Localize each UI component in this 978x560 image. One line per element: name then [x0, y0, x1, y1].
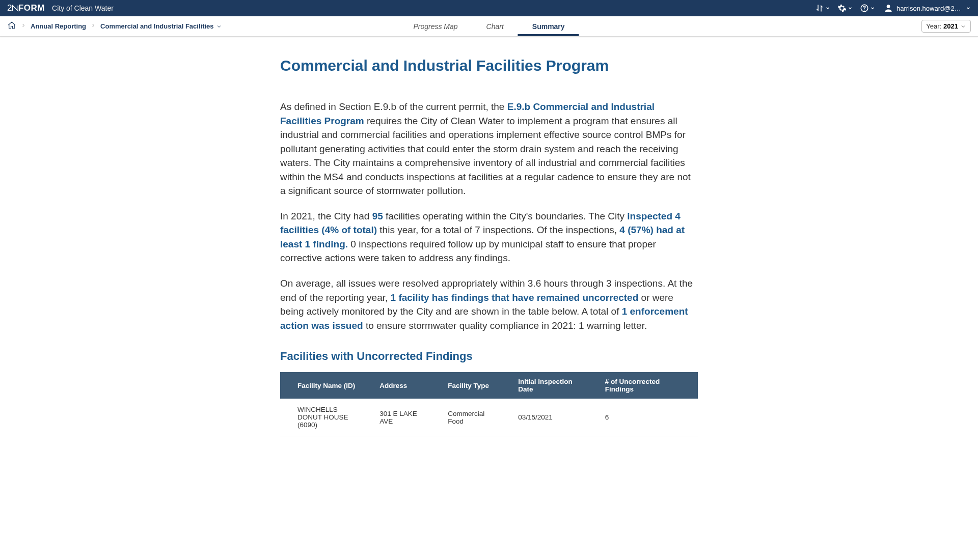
year-label: Year:	[926, 22, 941, 30]
user-menu[interactable]: harrison.howard@2nd...	[880, 3, 971, 13]
tab-progress-map[interactable]: Progress Map	[399, 16, 472, 36]
sort-menu[interactable]	[813, 4, 832, 13]
home-link[interactable]	[7, 21, 16, 32]
chevron-right-icon	[90, 22, 96, 30]
tab-chart[interactable]: Chart	[472, 16, 518, 36]
help-menu[interactable]	[858, 4, 877, 13]
chevron-down-icon	[960, 23, 966, 30]
table-header-row: Facility Name (ID) Address Facility Type…	[280, 372, 698, 399]
col-uncorrected-findings[interactable]: # of Uncorrected Findings	[597, 372, 698, 399]
cell-address: 301 E LAKE AVE	[371, 399, 440, 436]
home-icon	[7, 21, 16, 30]
uncorrected-count: 1 facility has findings that have remain…	[391, 292, 639, 303]
sort-icon	[815, 4, 824, 13]
chevron-down-icon	[966, 6, 971, 11]
chevron-down-icon	[216, 23, 222, 30]
table-row[interactable]: WINCHELLS DONUT HOUSE (6090) 301 E LAKE …	[280, 399, 698, 436]
col-facility-type[interactable]: Facility Type	[440, 372, 510, 399]
sub-header: Annual Reporting Commercial and Industri…	[0, 16, 978, 37]
breadcrumb: Annual Reporting Commercial and Industri…	[7, 21, 222, 32]
year-value: 2021	[943, 22, 958, 30]
chevron-down-icon	[870, 6, 875, 11]
summary-paragraph-3: On average, all issues were resolved app…	[280, 276, 698, 332]
breadcrumb-current-label: Commercial and Industrial Facilities	[100, 22, 214, 30]
breadcrumb-current[interactable]: Commercial and Industrial Facilities	[100, 22, 222, 30]
cell-facility-type: Commercial Food	[440, 399, 510, 436]
col-facility-name[interactable]: Facility Name (ID)	[280, 372, 371, 399]
view-tabs: Progress Map Chart Summary	[399, 16, 579, 36]
table-section-title: Facilities with Uncorrected Findings	[280, 350, 698, 363]
main-content: Commercial and Industrial Facilities Pro…	[280, 37, 698, 467]
cell-inspection-date: 03/15/2021	[510, 399, 597, 436]
organization-name: City of Clean Water	[52, 4, 114, 12]
chevron-down-icon	[825, 6, 830, 11]
logo-area: 2FORM City of Clean Water	[7, 3, 114, 13]
gear-icon	[837, 4, 847, 13]
help-icon	[860, 4, 869, 13]
breadcrumb-annual-reporting[interactable]: Annual Reporting	[31, 22, 86, 30]
year-selector[interactable]: Year: 2021	[921, 20, 971, 33]
app-logo[interactable]: 2FORM	[7, 3, 45, 13]
cell-facility-name: WINCHELLS DONUT HOUSE (6090)	[280, 399, 371, 436]
chevron-down-icon	[848, 6, 853, 11]
page-title: Commercial and Industrial Facilities Pro…	[280, 57, 698, 74]
col-inspection-date[interactable]: Initial Inspection Date	[510, 372, 597, 399]
col-address[interactable]: Address	[371, 372, 440, 399]
user-email: harrison.howard@2nd...	[896, 5, 963, 12]
app-header: 2FORM City of Clean Water harrison.howar…	[0, 0, 978, 16]
tab-summary[interactable]: Summary	[518, 16, 579, 36]
uncorrected-findings-table: Facility Name (ID) Address Facility Type…	[280, 372, 698, 436]
chevron-right-icon	[20, 22, 26, 30]
settings-menu[interactable]	[835, 4, 855, 13]
svg-point-1	[887, 5, 890, 8]
header-actions: harrison.howard@2nd...	[813, 3, 971, 13]
cell-findings: 6	[597, 399, 698, 436]
summary-paragraph-1: As defined in Section E.9.b of the curre…	[280, 100, 698, 198]
facility-count: 95	[372, 211, 383, 221]
summary-paragraph-2: In 2021, the City had 95 facilities oper…	[280, 209, 698, 265]
user-icon	[883, 3, 893, 13]
